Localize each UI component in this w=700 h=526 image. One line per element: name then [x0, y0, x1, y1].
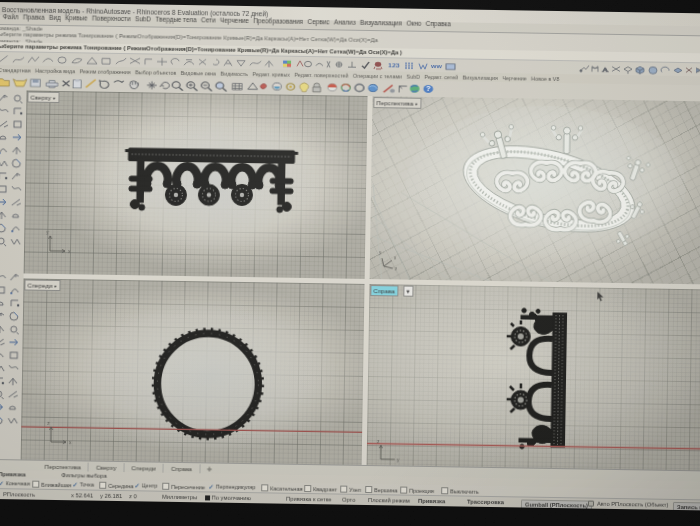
svg-text:?: ?: [426, 85, 431, 92]
svg-text:x: x: [394, 255, 397, 260]
svg-text:y: y: [397, 456, 400, 462]
svg-text:A: A: [602, 65, 609, 73]
svg-text:z: z: [395, 266, 398, 271]
svg-text:z: z: [47, 419, 50, 425]
svg-text:ww: ww: [430, 63, 442, 69]
svg-text:y: y: [46, 228, 49, 234]
svg-text:x: x: [68, 248, 71, 254]
svg-text:123: 123: [388, 62, 400, 68]
svg-text:z: z: [377, 438, 380, 444]
svg-text:y: y: [379, 250, 382, 255]
svg-text:x: x: [69, 439, 72, 445]
